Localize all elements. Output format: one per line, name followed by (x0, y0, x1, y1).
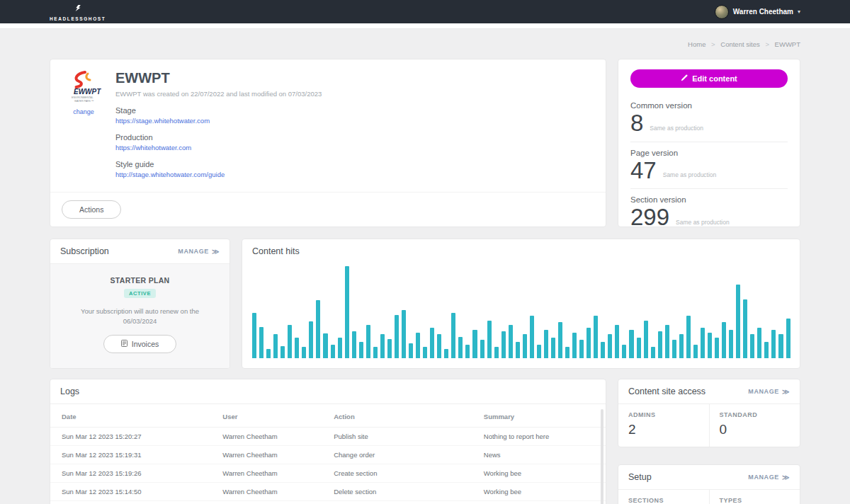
standard-count: 0 (720, 422, 790, 437)
breadcrumb: Home > Content sites > EWWPT (50, 29, 800, 59)
content-hits-title: Content hits (252, 246, 300, 256)
actions-button[interactable]: Actions (62, 200, 121, 219)
chart-bar (480, 340, 484, 358)
log-action-cell: Change order (322, 446, 472, 464)
double-chevron-icon: ≫ (212, 248, 220, 256)
chart-bar (579, 340, 584, 358)
content-site-access-card: Content site access MANAGE≫ ADMINS 2 STA… (618, 379, 800, 447)
content-hits-chart (252, 266, 790, 358)
chart-bar (537, 345, 541, 359)
log-date-cell: Sun Mar 12 2023 15:14:50 (50, 483, 211, 501)
chart-bar (558, 322, 562, 358)
chart-bar (416, 333, 420, 358)
stage-label: Stage (115, 106, 594, 115)
access-manage-link[interactable]: MANAGE≫ (748, 388, 790, 396)
sections-label: SECTIONS (628, 497, 699, 504)
log-user-cell: Warren Cheetham (211, 428, 322, 446)
edit-pencil-icon (681, 74, 688, 83)
chart-bar (715, 338, 719, 358)
setup-manage-link[interactable]: MANAGE≫ (748, 474, 790, 481)
section-version-value: 299 (630, 205, 669, 227)
log-summary-cell: Working bee (472, 483, 606, 501)
log-user-cell: Warren Cheetham (211, 483, 322, 501)
page-version-label: Page version (630, 149, 788, 157)
chart-bar (280, 346, 285, 358)
logs-scrollbar[interactable] (601, 409, 604, 504)
chart-bar (437, 334, 441, 358)
chart-bar (465, 345, 470, 359)
chart-bar (494, 347, 499, 358)
chart-bar (302, 347, 306, 358)
log-user-cell: Warren Cheetham (211, 446, 322, 464)
common-version-note: Same as production (650, 125, 703, 136)
chart-bar (366, 325, 370, 358)
chart-bar (572, 333, 577, 358)
renew-date: 06/03/2024 (123, 317, 157, 325)
types-label: TYPES (720, 497, 790, 504)
brand-text: HEADLESSGHOST (50, 16, 106, 21)
chart-bar (622, 345, 626, 359)
brand-logo[interactable]: HEADLESSGHOST (50, 3, 106, 21)
chart-bar (544, 330, 548, 358)
chevron-down-icon: ▾ (798, 8, 800, 15)
status-badge: ACTIVE (124, 289, 156, 298)
section-version-label: Section version (630, 195, 788, 204)
chart-bar (259, 327, 264, 358)
chart-bar (352, 331, 356, 358)
style-guide-url-link[interactable]: http://stage.whitehotwater.com/guide (115, 171, 594, 178)
chart-bar (266, 349, 271, 358)
site-overview-card: EWWPT ENVIRONMENTAL WATER PARK ™ change … (50, 59, 606, 227)
chart-bar (701, 328, 705, 358)
table-row: Sun Mar 12 2023 15:19:31 Warren Cheetham… (50, 446, 606, 464)
edit-content-button[interactable]: Edit content (630, 69, 788, 88)
setup-card: Setup MANAGE≫ SECTIONS TYPES (618, 464, 800, 504)
chart-bar (402, 310, 406, 358)
logs-card: Logs Date User Action Summary Sun Mar 12… (50, 379, 606, 504)
log-summary-cell: Working bee (472, 464, 606, 483)
chart-bar (672, 340, 676, 358)
section-version-note: Same as production (676, 219, 730, 227)
chart-bar (565, 347, 570, 358)
chart-bar (523, 334, 527, 358)
chart-bar (658, 331, 662, 358)
log-action-cell: Create section (322, 464, 472, 483)
chart-bar (309, 321, 313, 358)
log-date-cell: Sun Mar 12 2023 15:19:26 (50, 464, 211, 483)
chart-bar (316, 300, 320, 358)
invoices-button[interactable]: Invoices (103, 335, 177, 353)
chart-bar (551, 338, 555, 358)
breadcrumb-content-sites[interactable]: Content sites (720, 40, 759, 48)
breadcrumb-home[interactable]: Home (688, 40, 706, 48)
logs-col-date: Date (50, 406, 211, 428)
standard-stat: STANDARD 0 (709, 404, 800, 447)
chart-bar (679, 334, 684, 358)
chart-bar (771, 330, 776, 358)
logo-wordmark: EWWPT (74, 88, 101, 96)
production-url-link[interactable]: https://whitehotwater.com (115, 144, 594, 151)
log-summary-cell: News (472, 446, 606, 464)
user-menu[interactable]: Warren Cheetham ▾ (715, 5, 800, 19)
change-logo-link[interactable]: change (73, 108, 94, 115)
subscription-manage-link[interactable]: MANAGE≫ (178, 248, 220, 256)
chart-bar (729, 330, 733, 358)
chart-bar (786, 319, 790, 358)
top-navbar: HEADLESSGHOST Warren Cheetham ▾ (0, 0, 850, 23)
stage-url-link[interactable]: https://stage.whitehotwater.com (115, 117, 594, 125)
chart-bar (252, 313, 256, 358)
production-label: Production (115, 133, 594, 142)
log-summary-cell: Nothing to report here (472, 428, 606, 446)
chart-bar (373, 347, 378, 358)
common-version-value: 8 (630, 111, 643, 136)
table-row: Sun Mar 12 2023 15:14:50 Warren Cheetham… (50, 483, 606, 501)
chart-bar (651, 347, 655, 358)
logs-header-row: Date User Action Summary (50, 406, 606, 428)
chart-bar (409, 343, 413, 358)
ghost-bolt-icon (74, 3, 82, 16)
chart-bar (502, 331, 506, 358)
log-summary-cell: Blog Post (472, 501, 606, 504)
chart-bar (594, 316, 598, 358)
chart-bar (743, 299, 747, 358)
page-version-item: Page version 47 Same as production (630, 142, 788, 189)
chart-bar (423, 347, 427, 358)
chart-bar (608, 334, 612, 358)
